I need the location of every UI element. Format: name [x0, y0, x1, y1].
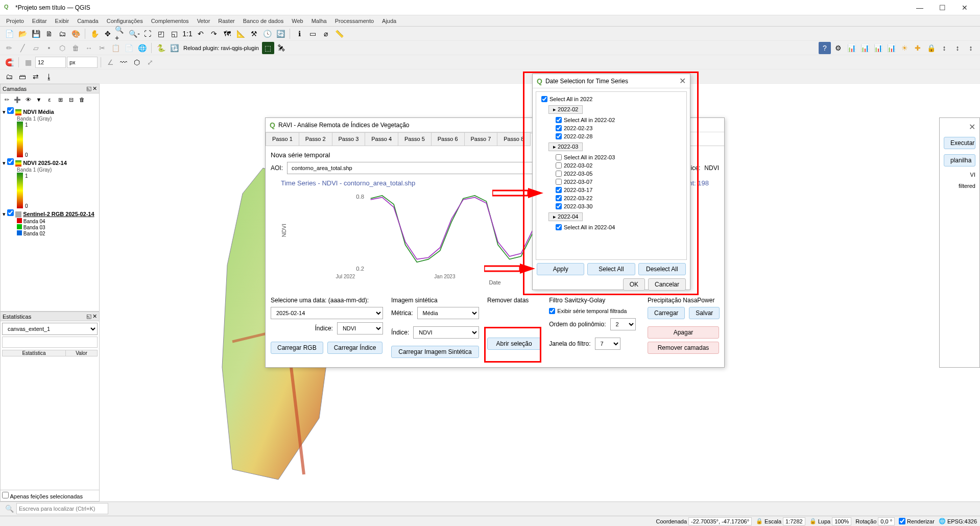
- edit-point-icon[interactable]: •: [43, 42, 55, 54]
- zoom-layer-icon[interactable]: ◱: [168, 28, 180, 40]
- edit-del-icon[interactable]: 🗑: [69, 42, 82, 54]
- locator-input[interactable]: [16, 503, 108, 514]
- month-2022-02[interactable]: ▸ 2022-02: [548, 105, 583, 114]
- menu-config[interactable]: Configurações: [103, 17, 147, 25]
- mgr3-icon[interactable]: ⇄: [30, 70, 42, 83]
- plus-icon[interactable]: ✚: [912, 42, 924, 54]
- edit-pencil-icon[interactable]: ✏: [3, 42, 15, 54]
- measure-icon[interactable]: 📏: [333, 28, 345, 40]
- stretch1-icon[interactable]: ↕: [938, 42, 950, 54]
- metric-select[interactable]: Média: [417, 307, 479, 319]
- pan-icon[interactable]: ✋: [88, 28, 101, 40]
- close-button[interactable]: ✕: [953, 0, 976, 15]
- refresh-icon[interactable]: 🔄: [274, 28, 286, 40]
- chk-2022-03-02[interactable]: [556, 162, 562, 169]
- open-selection-button[interactable]: Abrir seleção: [487, 338, 541, 350]
- menu-proc[interactable]: Processamento: [331, 17, 378, 25]
- remove-layers-button[interactable]: Remover camadas: [648, 342, 719, 354]
- menu-malha[interactable]: Malha: [307, 17, 331, 25]
- zoom-in-icon[interactable]: 🔍+: [115, 28, 127, 40]
- layout-manager-icon[interactable]: 🗂: [56, 28, 68, 40]
- python-icon[interactable]: 🐍: [155, 42, 167, 54]
- style-manager-icon[interactable]: 🎨: [69, 28, 82, 40]
- identify-icon[interactable]: ℹ: [293, 28, 305, 40]
- plugin-sat-icon[interactable]: 🛰: [275, 42, 288, 54]
- tab-passo8[interactable]: Passo 8: [497, 132, 531, 146]
- menu-vetor[interactable]: Vetor: [193, 17, 214, 25]
- window-select[interactable]: 7: [595, 338, 620, 350]
- snap-topo-icon[interactable]: ⬡: [131, 56, 143, 68]
- select-all-button[interactable]: Select All: [587, 263, 635, 275]
- deselect-all-button[interactable]: Deselect All: [638, 263, 686, 275]
- proc-gear-icon[interactable]: ⚙: [832, 42, 844, 54]
- lock-icon[interactable]: 🔒: [925, 42, 937, 54]
- erase-button[interactable]: Apagar: [648, 326, 719, 339]
- mgr2-icon[interactable]: 🗃: [16, 70, 29, 83]
- index3-select[interactable]: NDVI: [413, 326, 479, 339]
- layer-collapse-icon[interactable]: ⊟: [66, 95, 76, 104]
- load-rgb-button[interactable]: Carregar RGB: [271, 342, 323, 354]
- mgr1-icon[interactable]: 🗂: [3, 70, 15, 83]
- menu-projeto[interactable]: Projeto: [2, 17, 28, 25]
- execute-button[interactable]: Executar: [944, 137, 975, 149]
- edit-paste-icon[interactable]: 📄: [123, 42, 135, 54]
- edit-line-icon[interactable]: ╱: [16, 42, 29, 54]
- tab-passo1[interactable]: Passo 1: [266, 132, 299, 146]
- menu-banco[interactable]: Banco de dados: [239, 17, 288, 25]
- histogram1-icon[interactable]: 📊: [845, 42, 857, 54]
- rotation-value[interactable]: 0,0 °: [878, 517, 895, 525]
- layer-style-icon[interactable]: ✏: [2, 95, 11, 104]
- zoom-native-icon[interactable]: 1:1: [181, 28, 194, 40]
- chk-2022-02-28[interactable]: [556, 133, 562, 139]
- new-project-icon[interactable]: 📄: [3, 28, 15, 40]
- edit-cut-icon[interactable]: ✂: [96, 42, 108, 54]
- snap-ext-icon[interactable]: ⤢: [144, 56, 156, 68]
- pan-selection-icon[interactable]: ✥: [102, 28, 114, 40]
- select-icon[interactable]: ▭: [306, 28, 319, 40]
- zoom-full-icon[interactable]: ⛶: [141, 28, 154, 40]
- poly-order-select[interactable]: 2: [610, 318, 636, 330]
- chk-all-2022-04[interactable]: [556, 224, 562, 230]
- layer-chk-2[interactable]: [7, 209, 14, 216]
- stretch3-icon[interactable]: ↕: [965, 42, 977, 54]
- load-index-button[interactable]: Carregar Índice: [327, 342, 383, 354]
- edit-move-icon[interactable]: ↔: [83, 42, 95, 54]
- scale-value[interactable]: 1:7282: [783, 517, 805, 525]
- stats-undock-icon[interactable]: ◱: [86, 313, 91, 320]
- index2-select[interactable]: NDVI: [337, 322, 383, 334]
- open-project-icon[interactable]: 📂: [16, 28, 29, 40]
- sun-icon[interactable]: ☀: [898, 42, 911, 54]
- plugin-console-icon[interactable]: ⬚: [262, 42, 274, 54]
- edit-poly-icon[interactable]: ▱: [30, 42, 42, 54]
- snap-trace-icon[interactable]: 〰: [117, 56, 130, 68]
- spreadsheet-button[interactable]: planilha: [944, 154, 975, 166]
- tab-passo5[interactable]: Passo 5: [398, 132, 432, 146]
- tab-passo7[interactable]: Passo 7: [464, 132, 498, 146]
- snap-size-input[interactable]: [35, 57, 66, 68]
- snap-icon[interactable]: 🧲: [3, 56, 15, 68]
- date-select[interactable]: 2025-02-14: [271, 307, 383, 319]
- cancel-button[interactable]: Cancelar: [648, 278, 686, 291]
- month-2022-04[interactable]: ▸ 2022-04: [548, 212, 583, 221]
- layer-remove-icon[interactable]: 🗑: [77, 95, 86, 104]
- menu-complementos[interactable]: Complementos: [147, 17, 193, 25]
- minimize-button[interactable]: —: [909, 0, 931, 15]
- histogram2-icon[interactable]: 📊: [858, 42, 871, 54]
- menu-exibir[interactable]: Exibir: [51, 17, 74, 25]
- chk-2022-03-17[interactable]: [556, 187, 562, 193]
- stats-close-icon[interactable]: ✕: [92, 313, 97, 320]
- layer-chk-0[interactable]: [7, 107, 14, 114]
- layer-eye-icon[interactable]: 👁: [23, 95, 33, 104]
- help-icon[interactable]: ?: [819, 42, 831, 54]
- snap-unit-input[interactable]: [67, 57, 98, 68]
- save-project-icon[interactable]: 💾: [30, 28, 42, 40]
- selected-only-chk[interactable]: [2, 492, 9, 498]
- date-list-scroll[interactable]: Select All in 2022 ▸ 2022-02 Select All …: [536, 91, 687, 260]
- tab-passo2[interactable]: Passo 2: [299, 132, 332, 146]
- chk-2022-03-22[interactable]: [556, 195, 562, 201]
- tab-passo4[interactable]: Passo 4: [365, 132, 398, 146]
- chk-2022-03-30[interactable]: [556, 203, 562, 209]
- mgr4-icon[interactable]: ⭳: [43, 70, 55, 83]
- load-synth-button[interactable]: Carregar Imagem Sintética: [391, 346, 479, 358]
- coord-value[interactable]: -22.70035°, -47.17206°: [688, 517, 752, 525]
